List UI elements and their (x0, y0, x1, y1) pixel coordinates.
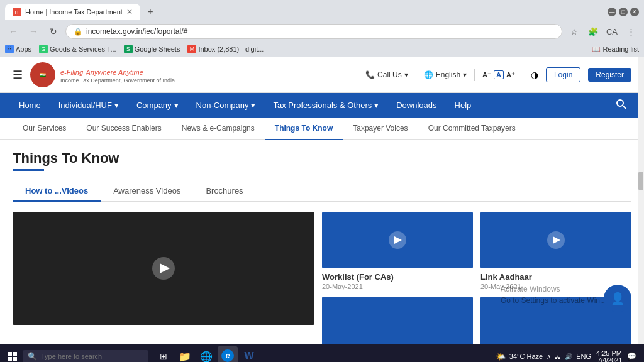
globe-icon: 🌐 (424, 70, 433, 79)
search-button[interactable] (609, 94, 634, 116)
taskbar-search-icon: 🔍 (28, 352, 37, 361)
chevron-up-icon[interactable]: ∧ (547, 353, 551, 360)
taskbar-file-explorer[interactable]: 📁 (175, 346, 195, 362)
scrollbar-thumb[interactable] (638, 172, 643, 190)
tab-how-to-videos[interactable]: How to ...Videos (13, 181, 101, 202)
hamburger-menu-icon[interactable]: ☰ (13, 68, 23, 82)
featured-play-button[interactable] (152, 257, 175, 280)
divider-2 (474, 69, 475, 81)
bookmark-gst[interactable]: G Goods & Services T... (39, 45, 116, 53)
subnav-news-ecampaigns[interactable]: News & e-Campaigns (172, 118, 265, 139)
subnav-success-enablers[interactable]: Our Success Enablers (76, 118, 171, 139)
nav-item-company[interactable]: Company ▾ (128, 93, 187, 118)
forward-button[interactable]: → (25, 23, 42, 40)
tab-favicon: IT (13, 8, 21, 16)
activate-line1: Activate Windows (501, 283, 606, 295)
weather-label: 34°C Haze (509, 353, 543, 360)
nav-item-downloads[interactable]: Downloads (387, 93, 445, 118)
video-thumbnail-2[interactable] (480, 212, 631, 268)
tab-brochures[interactable]: Brochures (193, 181, 255, 202)
logo-efiling-label: e-Filing (60, 69, 83, 76)
bookmark-star-icon[interactable]: ☆ (566, 23, 582, 40)
video-thumbnail-1b[interactable] (322, 297, 473, 344)
register-button[interactable]: Register (588, 68, 631, 82)
nav-actions: ☆ 🧩 CA ⋮ (566, 23, 639, 40)
taskbar-search-box[interactable]: 🔍 (23, 350, 148, 362)
bookmark-gmail[interactable]: M Inbox (2,881) - digit... (187, 45, 264, 53)
address-bar[interactable]: 🔒 incometax.gov.in/iec/foportal/# (65, 24, 562, 39)
nav-item-individual[interactable]: Individual/HUF ▾ (50, 93, 128, 118)
header-actions: 📞 Call Us ▾ 🌐 English ▾ A⁻ A A⁺ ◑ Login … (365, 67, 631, 82)
scrollbar[interactable] (638, 57, 644, 344)
play-button-2[interactable] (547, 231, 565, 249)
start-button[interactable] (3, 346, 23, 362)
extensions-icon[interactable]: 🧩 (585, 23, 601, 40)
nav-item-taxprofessionals[interactable]: Tax Professionals & Others ▾ (264, 93, 387, 118)
notification-icon[interactable]: 💬 (627, 352, 636, 361)
taskbar-search-input[interactable] (41, 353, 143, 360)
login-button[interactable]: Login (546, 67, 580, 82)
file-explorer-icon: 📁 (179, 351, 191, 363)
support-chat-bubble[interactable]: 👤 (604, 285, 631, 312)
reload-button[interactable]: ↻ (45, 23, 62, 40)
back-button[interactable]: ← (5, 23, 21, 40)
font-controls: A⁻ A A⁺ (482, 70, 515, 79)
url-text: incometax.gov.in/iec/foportal/# (86, 27, 187, 36)
featured-video-card[interactable] (13, 212, 314, 325)
browser-tab[interactable]: IT Home | Income Tax Department ✕ (5, 4, 140, 20)
bookmark-sheets[interactable]: S Google Sheets (124, 45, 180, 53)
taskbar-edge[interactable]: 🌐 (196, 346, 216, 362)
edge-icon: 🌐 (200, 351, 213, 363)
taskbar-word[interactable]: W (239, 346, 259, 362)
nav-item-noncompany[interactable]: Non-Company ▾ (187, 93, 265, 118)
font-small-button[interactable]: A⁻ (482, 71, 491, 79)
taskbar-ie[interactable]: e (218, 346, 238, 362)
nav-individual-dropdown-icon: ▾ (114, 101, 119, 110)
window-close-button[interactable]: ✕ (630, 8, 639, 16)
taskbar-task-view[interactable]: ⊞ (153, 346, 174, 362)
ie-icon: e (221, 349, 234, 362)
logo-efiling-text: e-Filing Anywhere Anytime (60, 66, 175, 77)
page-title: Things To Know (13, 150, 631, 167)
logo-tagline: Anywhere Anytime (86, 69, 143, 76)
logo-emblem: 🇮🇳 (30, 62, 55, 87)
divider-3 (523, 69, 523, 81)
logo-subtitle: Income Tax Department, Government of Ind… (60, 77, 175, 84)
font-normal-button[interactable]: A (494, 70, 504, 79)
nav-item-home[interactable]: Home (10, 93, 50, 118)
subnav-our-services-label: Our Services (23, 124, 66, 133)
play-button-1[interactable] (389, 231, 406, 249)
browser-title-bar: IT Home | Income Tax Department ✕ + — □ … (0, 0, 644, 20)
tab-close-button[interactable]: ✕ (126, 8, 133, 16)
bookmark-gst-label: Goods & Services T... (50, 45, 116, 53)
bookmark-apps[interactable]: ⠿ Apps (5, 45, 31, 53)
window-maximize-button[interactable]: □ (619, 8, 628, 16)
subnav-success-enablers-label: Our Success Enablers (86, 124, 161, 133)
language-selector[interactable]: 🌐 English ▾ (424, 70, 467, 79)
gst-icon: G (39, 45, 48, 53)
nav-taxprofessionals-label: Tax Professionals & Others (273, 101, 372, 110)
word-icon: W (244, 351, 253, 362)
video-thumbnail-1[interactable] (322, 212, 473, 268)
sheets-icon: S (124, 45, 133, 53)
new-tab-button[interactable]: + (143, 4, 158, 19)
profile-icon[interactable]: CA (604, 23, 620, 40)
contrast-button[interactable]: ◑ (531, 70, 538, 80)
nav-item-help[interactable]: Help (446, 93, 480, 118)
call-us-dropdown-icon: ▾ (404, 70, 408, 79)
subnav-committed-taxpayers[interactable]: Our Committed Taxpayers (418, 118, 526, 139)
reading-list-button[interactable]: 📖 Reading list (592, 45, 639, 53)
font-large-button[interactable]: A⁺ (506, 71, 515, 79)
subnav-taxpayer-voices[interactable]: Taxpayer Voices (343, 118, 418, 139)
nav-downloads-label: Downloads (396, 101, 436, 110)
call-us-button[interactable]: 📞 Call Us ▾ (365, 70, 408, 79)
subnav-our-services[interactable]: Our Services (13, 118, 76, 139)
browser-menu-icon[interactable]: ⋮ (623, 23, 639, 40)
subnav-things-to-know[interactable]: Things To Know (265, 118, 343, 140)
tab-awareness-videos[interactable]: Awareness Videos (101, 181, 193, 202)
network-icon: 🖧 (555, 353, 561, 360)
taskbar-apps: ⊞ 📁 🌐 e W (153, 346, 259, 362)
window-minimize-button[interactable]: — (608, 8, 616, 16)
volume-icon: 🔊 (565, 353, 572, 360)
divider-1 (416, 69, 416, 81)
